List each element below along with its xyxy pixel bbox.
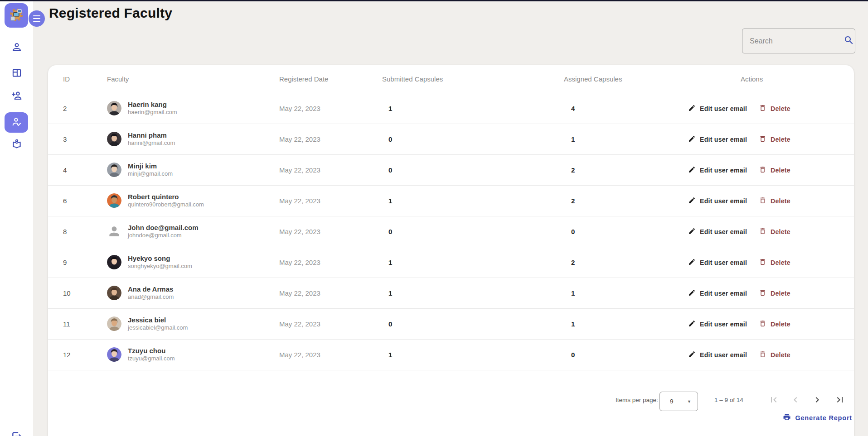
pencil-icon	[688, 166, 696, 175]
sidebar-item-add-user[interactable]	[0, 86, 33, 107]
sidebar-item-dashboard[interactable]	[0, 63, 33, 84]
pencil-icon	[688, 258, 696, 267]
column-header-assigned: Assigned Capsules	[516, 75, 677, 83]
registered-date: May 22, 2023	[279, 135, 382, 143]
delete-button[interactable]: Delete	[759, 258, 790, 267]
edit-label: Edit user email	[700, 228, 747, 235]
person-icon	[11, 41, 23, 55]
delete-button[interactable]: Delete	[759, 135, 790, 144]
column-header-actions: Actions	[677, 75, 854, 83]
faculty-id: 11	[63, 320, 107, 328]
faculty-cell: Hanni phamhanni@gmail.com	[107, 131, 279, 148]
faculty-cell: John doe@gmail.comjohndoe@gmail.com	[107, 224, 279, 240]
previous-page-button[interactable]	[789, 393, 802, 407]
delete-button[interactable]: Delete	[759, 350, 790, 359]
actions-cell: Edit user emailDelete	[677, 135, 854, 144]
edit-user-email-button[interactable]: Edit user email	[688, 135, 747, 144]
faculty-email: hanni@gmail.com	[128, 139, 175, 147]
trash-icon	[759, 350, 766, 359]
actions-cell: Edit user emailDelete	[677, 104, 854, 113]
next-page-button[interactable]	[810, 393, 824, 407]
delete-button[interactable]: Delete	[759, 289, 790, 298]
search-icon[interactable]	[844, 35, 854, 48]
assigned-capsules-count: 2	[516, 197, 677, 205]
delete-label: Delete	[771, 290, 790, 297]
delete-button[interactable]: Delete	[759, 166, 790, 175]
app-logo[interactable]	[5, 3, 28, 28]
faculty-email: haerin@gmail.com	[128, 109, 177, 116]
pencil-icon	[688, 196, 696, 206]
edit-label: Edit user email	[700, 197, 747, 205]
pencil-icon	[688, 350, 696, 359]
sidebar	[0, 0, 33, 436]
edit-user-email-button[interactable]: Edit user email	[688, 258, 747, 267]
edit-user-email-button[interactable]: Edit user email	[688, 104, 747, 113]
registered-date: May 22, 2023	[279, 105, 382, 112]
pencil-icon	[688, 289, 696, 298]
edit-user-email-button[interactable]: Edit user email	[688, 227, 747, 236]
faculty-email: anad@gmail.com	[128, 293, 174, 301]
search-input[interactable]	[750, 37, 844, 45]
trash-icon	[759, 320, 766, 329]
edit-user-email-button[interactable]: Edit user email	[688, 320, 747, 329]
edit-user-email-button[interactable]: Edit user email	[688, 166, 747, 175]
faculty-email: jessicabiel@gmail.com	[128, 324, 188, 332]
faculty-name: Jessica biel	[128, 316, 188, 325]
faculty-id: 6	[63, 197, 107, 205]
sidebar-item-profile[interactable]	[0, 38, 33, 58]
delete-label: Delete	[771, 167, 790, 174]
delete-label: Delete	[771, 259, 790, 266]
edit-user-email-button[interactable]: Edit user email	[688, 289, 747, 298]
faculty-id: 3	[63, 135, 107, 143]
table-row: 3Hanni phamhanni@gmail.comMay 22, 202301…	[48, 124, 854, 155]
registered-date: May 22, 2023	[279, 166, 382, 174]
table-row: 8John doe@gmail.comjohndoe@gmail.comMay …	[48, 216, 854, 247]
delete-button[interactable]: Delete	[759, 227, 790, 236]
actions-cell: Edit user emailDelete	[677, 196, 854, 206]
avatar	[107, 132, 121, 146]
page-size-select[interactable]: 9 ▼	[659, 392, 698, 411]
page-range-label: 1 – 9 of 14	[714, 397, 743, 403]
column-header-id: ID	[63, 75, 107, 83]
hamburger-menu-button[interactable]	[29, 10, 45, 27]
person-check-icon	[11, 116, 23, 129]
submitted-capsules-count: 1	[382, 197, 516, 205]
logout-icon[interactable]	[11, 431, 23, 436]
trash-icon	[759, 166, 766, 175]
generate-report-button[interactable]: Generate Report	[783, 413, 852, 423]
items-per-page-label: Items per page:	[616, 397, 658, 403]
edit-user-email-button[interactable]: Edit user email	[688, 350, 747, 359]
table-row: 11Jessica bieljessicabiel@gmail.comMay 2…	[48, 309, 854, 340]
registered-date: May 22, 2023	[279, 228, 382, 235]
first-page-button[interactable]	[767, 393, 781, 407]
sidebar-item-capsules[interactable]	[0, 134, 33, 155]
pencil-icon	[688, 135, 696, 144]
avatar	[107, 224, 121, 239]
delete-button[interactable]: Delete	[759, 104, 790, 113]
edit-user-email-button[interactable]: Edit user email	[688, 196, 747, 206]
faculty-name: Haerin kang	[128, 101, 177, 109]
registered-date: May 22, 2023	[279, 351, 382, 359]
trash-icon	[759, 196, 766, 206]
avatar	[107, 193, 121, 208]
delete-button[interactable]: Delete	[759, 196, 790, 206]
panel-layout-icon	[11, 67, 23, 81]
edit-label: Edit user email	[700, 259, 747, 266]
faculty-name: Ana de Armas	[128, 285, 174, 294]
trash-icon	[759, 258, 766, 267]
assigned-capsules-count: 1	[516, 320, 677, 328]
assigned-capsules-count: 1	[516, 289, 677, 297]
edit-label: Edit user email	[700, 167, 747, 174]
delete-label: Delete	[771, 136, 790, 143]
delete-button[interactable]: Delete	[759, 320, 790, 329]
registered-date: May 22, 2023	[279, 197, 382, 205]
edit-label: Edit user email	[700, 105, 747, 112]
sidebar-item-registered-faculty[interactable]	[0, 112, 33, 133]
page-title: Registered Faculty	[49, 5, 172, 21]
actions-cell: Edit user emailDelete	[677, 258, 854, 267]
faculty-email: songhyekyo@gmail.com	[128, 263, 192, 270]
assigned-capsules-count: 1	[516, 135, 677, 143]
table-row: 10Ana de Armasanad@gmail.comMay 22, 2023…	[48, 278, 854, 309]
last-page-button[interactable]	[833, 393, 847, 407]
submitted-capsules-count: 0	[382, 135, 516, 143]
